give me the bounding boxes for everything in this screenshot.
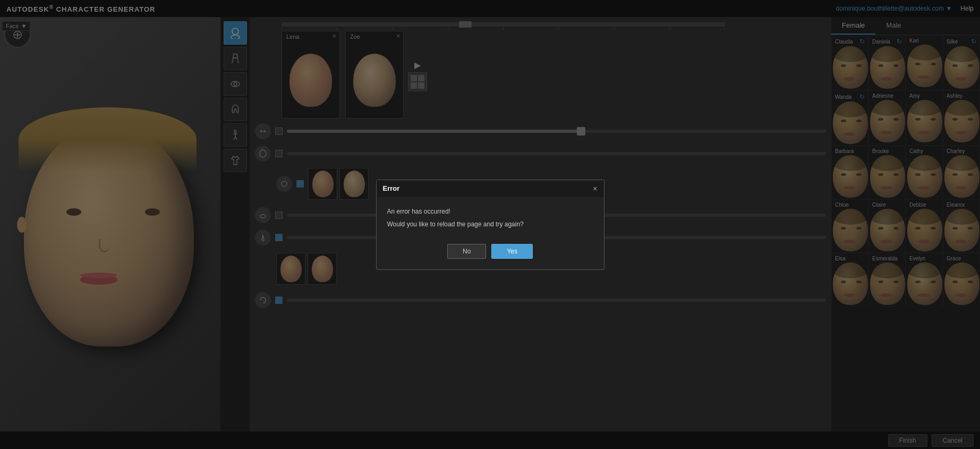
modal-yes-button[interactable]: Yes — [491, 244, 533, 259]
modal-close-button[interactable]: × — [593, 184, 597, 193]
modal-question-text: Would you like to reload the page and tr… — [387, 221, 593, 228]
modal-header: Error × — [377, 180, 604, 197]
modal-title: Error — [383, 184, 400, 192]
modal-actions: No Yes — [377, 244, 604, 269]
modal-error-text: An error has occurred! — [387, 208, 593, 215]
modal-overlay[interactable]: Error × An error has occurred! Would you… — [0, 0, 980, 449]
modal-no-button[interactable]: No — [447, 244, 486, 259]
modal-body: An error has occurred! Would you like to… — [377, 197, 604, 244]
error-modal: Error × An error has occurred! Would you… — [376, 180, 604, 270]
